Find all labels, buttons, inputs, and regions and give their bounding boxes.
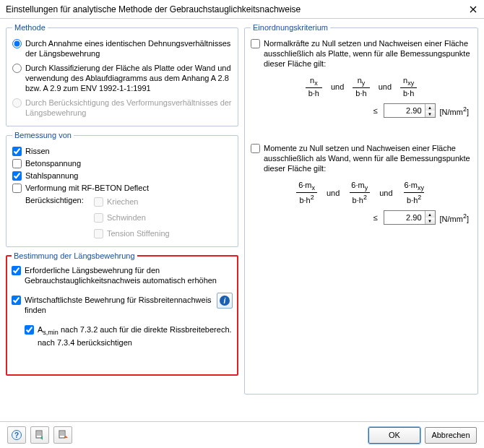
formula-platte: nxb·h und nyb·h und nxyb·h	[251, 76, 472, 98]
check-auto-erhoehen-box[interactable]	[12, 266, 21, 275]
info-button[interactable]: i	[217, 293, 233, 309]
unit-label: [N/mm2]	[440, 212, 469, 223]
cancel-button[interactable]: Abbrechen	[425, 427, 477, 444]
check-wand-box[interactable]	[251, 144, 260, 153]
check-stahl[interactable]: Stahlspannung	[12, 171, 232, 181]
check-kriechen: Kriechen	[94, 197, 232, 207]
berk-label: Berücksichtigen:	[25, 196, 94, 204]
check-wand[interactable]: Momente zu Null setzen und Nachweisen ei…	[251, 143, 472, 173]
check-beton[interactable]: Betonspannung	[12, 158, 232, 168]
method-opt2-radio[interactable]	[12, 64, 22, 73]
spin-down-icon[interactable]: ▼	[425, 111, 435, 117]
check-asmin-box[interactable]	[25, 325, 34, 335]
method-opt3: Durch Berücksichtigung des Verformungs­v…	[12, 98, 232, 118]
check-stahl-box[interactable]	[12, 171, 22, 181]
check-schwinden-box	[94, 213, 103, 223]
method-opt2[interactable]: Durch Klassifizierung der Fläche als Pla…	[12, 63, 232, 93]
limit-wand-row: ≤ ▲▼ [N/mm2]	[251, 210, 469, 225]
spin-up-icon[interactable]: ▲	[425, 104, 435, 111]
check-rissen[interactable]: Rissen	[12, 146, 232, 156]
unit-label: [N/mm2]	[440, 105, 469, 116]
check-platte-box[interactable]	[251, 39, 260, 48]
bottom-bar: ? OK Abbrechen	[0, 421, 484, 448]
load-defaults-button[interactable]	[30, 426, 49, 444]
check-wirtschaftlich[interactable]: Wirtschaftlichste Bewehrung für Rissbrei…	[12, 295, 212, 315]
check-verformung-box[interactable]	[12, 184, 22, 193]
formula-wand: 6·mxb·h2 und 6·myb·h2 und 6·mxyb·h2	[251, 181, 472, 204]
limit-platte-spin[interactable]: ▲▼	[384, 103, 436, 118]
ok-button[interactable]: OK	[368, 427, 420, 444]
help-button[interactable]: ?	[7, 426, 26, 444]
limit-wand-spin[interactable]: ▲▼	[384, 210, 436, 225]
method-legend: Methode	[12, 23, 48, 32]
save-defaults-button[interactable]	[53, 426, 72, 444]
method-opt3-radio	[12, 98, 22, 108]
check-platte[interactable]: Normalkräfte zu Null setzen und Nachweis…	[251, 38, 472, 69]
check-tension: Tension Stiffening	[94, 228, 232, 238]
check-kriechen-box	[94, 197, 103, 207]
check-tension-box	[94, 229, 103, 238]
spin-up-icon[interactable]: ▲	[425, 211, 435, 217]
check-rissen-box[interactable]	[12, 147, 22, 156]
method-opt1[interactable]: Durch Annahme eines identischen Dehnungs…	[12, 38, 232, 59]
method-opt1-radio[interactable]	[12, 39, 22, 48]
method-group: Methode Durch Annahme eines identischen …	[6, 23, 238, 126]
bemessung-legend: Bemessung von	[12, 131, 74, 139]
spin-down-icon[interactable]: ▼	[425, 217, 435, 224]
einord-group: Einordnungskriterium Normalkräfte zu Nul…	[244, 23, 478, 395]
einord-legend: Einordnungskriterium	[251, 23, 330, 32]
bestimmung-group: Bestimmung der Längsbewehrung Erforderli…	[6, 251, 238, 376]
window-title: Einstellungen für analytische Methode de…	[6, 4, 301, 14]
limit-platte-input[interactable]	[384, 104, 425, 117]
info-icon: i	[220, 296, 230, 306]
check-wirtschaftlich-box[interactable]	[12, 296, 21, 305]
close-icon[interactable]	[468, 4, 478, 14]
bemessung-group: Bemessung von Rissen Betonspannung Stahl…	[6, 131, 238, 247]
limit-wand-input[interactable]	[384, 211, 425, 224]
check-schwinden: Schwinden	[94, 212, 232, 223]
limit-platte-row: ≤ ▲▼ [N/mm2]	[251, 103, 469, 118]
titlebar: Einstellungen für analytische Methode de…	[0, 0, 484, 19]
le-icon: ≤	[372, 213, 379, 222]
svg-text:?: ?	[14, 431, 19, 439]
check-verformung[interactable]: Verformung mit RF-BETON Deflect	[12, 183, 232, 193]
le-icon: ≤	[372, 106, 379, 115]
check-asmin[interactable]: As,min nach 7.3.2 auch für die direkte R…	[25, 324, 233, 348]
check-beton-box[interactable]	[12, 159, 22, 168]
bestimmung-legend: Bestimmung der Längsbewehrung	[12, 251, 137, 260]
check-auto-erhoehen[interactable]: Erforderliche Längsbewehrung für den Geb…	[12, 265, 233, 285]
